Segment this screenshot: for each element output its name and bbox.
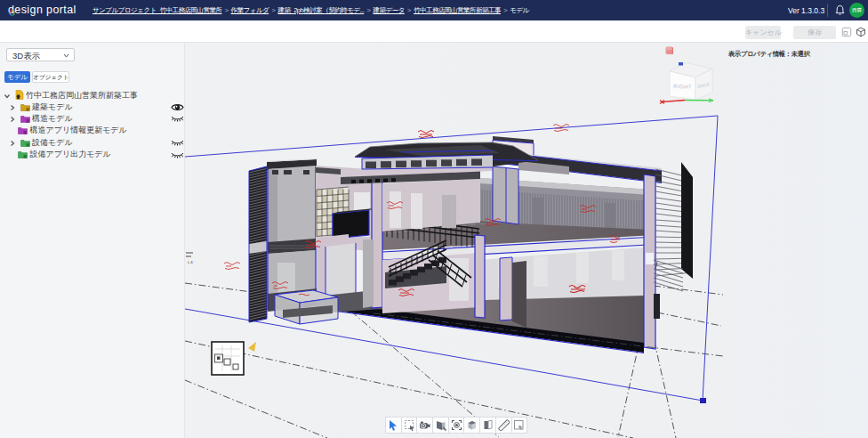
- svg-text:表示プロパティ情報：未選択: 表示プロパティ情報：未選択: [727, 50, 811, 58]
- svg-text:RIGHT: RIGHT: [673, 83, 692, 90]
- svg-text:L-6: L-6: [188, 260, 194, 264]
